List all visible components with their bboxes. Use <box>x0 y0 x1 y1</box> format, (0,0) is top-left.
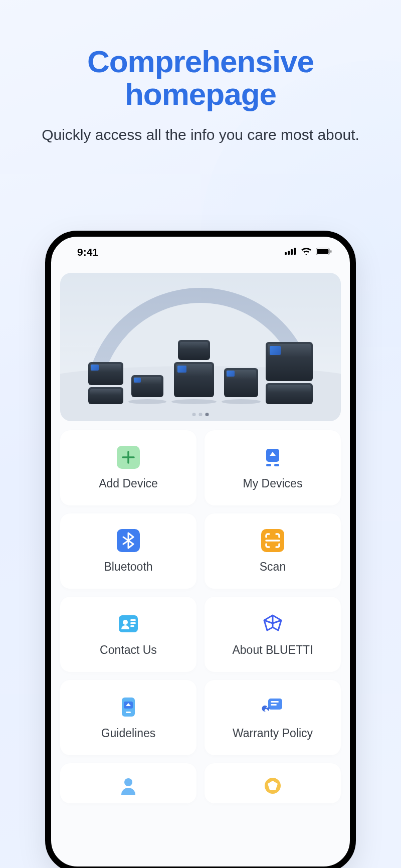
product-4 <box>222 368 261 404</box>
hero-title: Comprehensive homepage <box>20 45 381 110</box>
warranty-icon <box>261 696 284 719</box>
contact-icon <box>117 612 140 635</box>
warranty-policy-card[interactable]: Warranty Policy <box>205 680 341 755</box>
svg-rect-24 <box>271 704 277 706</box>
hero-section: Comprehensive homepage Quickly access al… <box>0 0 401 145</box>
add-device-card[interactable]: Add Device <box>60 430 196 505</box>
products-row <box>60 340 341 404</box>
warranty-policy-label: Warranty Policy <box>233 727 313 740</box>
status-icons <box>285 247 334 257</box>
carousel-dot-2[interactable] <box>199 413 203 416</box>
phone-mockup: 9:41 <box>45 231 356 868</box>
about-icon <box>261 612 284 635</box>
guidelines-icon <box>117 696 140 719</box>
partial-card-left[interactable] <box>60 763 196 803</box>
battery-icon <box>316 248 332 257</box>
svg-rect-1 <box>288 251 290 255</box>
wifi-icon <box>301 247 312 257</box>
hero-subtitle: Quickly access all the info you care mos… <box>20 124 381 145</box>
svg-rect-23 <box>271 701 279 703</box>
svg-rect-18 <box>130 625 134 627</box>
add-device-label: Add Device <box>99 477 158 490</box>
svg-rect-9 <box>266 464 271 466</box>
carousel-dot-3[interactable] <box>206 413 209 416</box>
product-2 <box>128 375 166 404</box>
about-bluetti-label: About BLUETTI <box>232 643 313 657</box>
svg-point-25 <box>124 778 132 786</box>
status-time: 9:41 <box>67 246 98 258</box>
status-bar: 9:41 <box>51 237 350 263</box>
my-devices-label: My Devices <box>243 477 303 490</box>
badge-icon <box>261 774 284 797</box>
svg-rect-16 <box>130 619 136 621</box>
svg-rect-2 <box>291 249 293 255</box>
bluetooth-card[interactable]: Bluetooth <box>60 513 196 589</box>
scan-label: Scan <box>260 560 286 574</box>
carousel-dot-1[interactable] <box>192 413 196 416</box>
svg-point-15 <box>123 620 128 625</box>
product-5 <box>266 342 313 404</box>
svg-rect-6 <box>330 250 332 253</box>
bluetooth-icon <box>117 529 140 552</box>
menu-grid: Add Device My Devices Bluetooth Scan <box>51 421 350 812</box>
plus-icon <box>117 446 140 469</box>
carousel-dots <box>192 413 209 416</box>
svg-rect-21 <box>126 712 131 713</box>
contact-us-card[interactable]: Contact Us <box>60 597 196 672</box>
svg-rect-3 <box>294 248 296 255</box>
about-bluetti-card[interactable]: About BLUETTI <box>205 597 341 672</box>
guidelines-card[interactable]: Guidelines <box>60 680 196 755</box>
my-devices-card[interactable]: My Devices <box>205 430 341 505</box>
svg-rect-10 <box>274 464 279 466</box>
product-3 <box>171 340 217 404</box>
guidelines-label: Guidelines <box>101 727 156 740</box>
cellular-icon <box>285 248 297 257</box>
svg-rect-17 <box>130 622 136 624</box>
person-icon <box>117 774 140 797</box>
product-1 <box>88 362 123 404</box>
hero-banner[interactable] <box>60 273 341 421</box>
scan-icon <box>261 529 284 552</box>
phone-frame: 9:41 <box>45 231 356 868</box>
contact-us-label: Contact Us <box>100 643 157 657</box>
svg-rect-5 <box>317 249 329 254</box>
device-icon <box>261 446 284 469</box>
bluetooth-label: Bluetooth <box>104 560 152 574</box>
scan-card[interactable]: Scan <box>205 513 341 589</box>
svg-rect-0 <box>285 252 287 255</box>
partial-card-right[interactable] <box>205 763 341 803</box>
